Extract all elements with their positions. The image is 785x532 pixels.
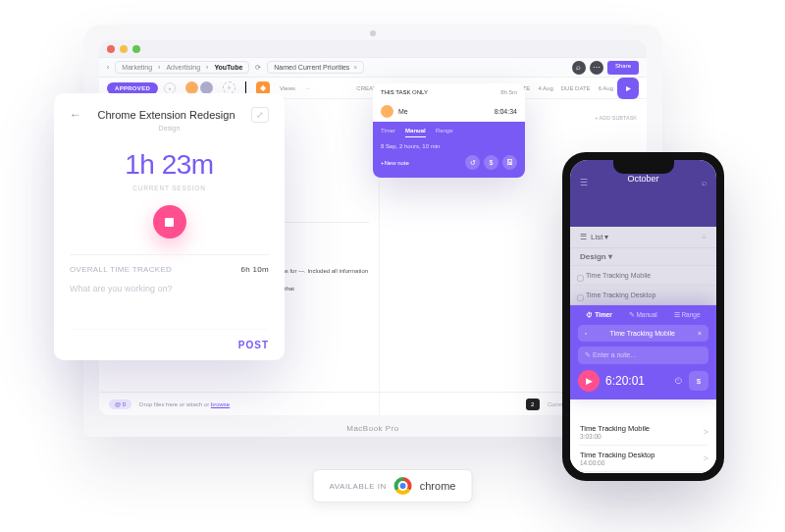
tab-range[interactable]: Range xyxy=(436,128,453,137)
share-button[interactable]: Share xyxy=(607,61,639,75)
due-label: DUE DATE xyxy=(561,85,591,91)
time-entry-list: Time Tracking Mobile 3:03:00 Time Tracki… xyxy=(570,413,716,473)
timelog-panel: Timer Manual Range 8 Sep, 2 hours, 10 mi… xyxy=(373,122,525,178)
status-badge[interactable]: APPROVED xyxy=(107,82,158,94)
breadcrumb-strip: ‹ Marketing › Advertising › YouTube ⟳ Na… xyxy=(99,58,647,78)
tag-icon[interactable]: $ xyxy=(484,155,498,170)
nav-back-icon[interactable]: ‹ xyxy=(107,64,109,71)
reload-icon[interactable]: ⟳ xyxy=(255,64,261,72)
current-session-time: 1h 23m xyxy=(70,149,269,181)
menu-icon[interactable]: ⋯ xyxy=(590,61,603,75)
attachment-count[interactable]: 2 xyxy=(526,399,540,410)
window-titlebar xyxy=(99,40,647,58)
tab-named-priorities[interactable]: Named Current Priorities× xyxy=(267,61,364,74)
tab-manual[interactable]: ✎ Manual xyxy=(629,311,657,319)
close-icon[interactable]: × xyxy=(353,64,357,71)
chrome-name: chrome xyxy=(420,480,456,492)
browse-link[interactable]: browse xyxy=(211,401,230,407)
expand-icon[interactable]: ⤢ xyxy=(251,107,269,123)
status-next[interactable]: › xyxy=(164,82,176,94)
note-input[interactable]: ✎ Enter a note… xyxy=(578,346,708,364)
post-button[interactable]: POST xyxy=(70,329,269,350)
play-button[interactable]: ▶ xyxy=(578,370,600,392)
chrome-logo-icon xyxy=(394,477,412,495)
search-icon[interactable]: ⌕ xyxy=(572,61,586,75)
search-icon[interactable]: ⌕ xyxy=(702,178,706,187)
time-entry[interactable]: Time Tracking Desktop 14:00:00 xyxy=(578,446,708,472)
clock-icon[interactable]: ⏲ xyxy=(674,376,683,386)
breadcrumb[interactable]: Marketing › Advertising › YouTube xyxy=(115,61,249,74)
views-label[interactable]: Views xyxy=(280,85,295,91)
user-avatar xyxy=(381,105,393,118)
back-icon[interactable]: ← xyxy=(70,108,81,122)
session-label: CURRENT SESSION xyxy=(70,185,269,191)
selected-task[interactable]: ◦ Time Tracking Mobile× xyxy=(578,325,708,342)
overall-value: 6h 10m xyxy=(241,265,269,274)
tracker-subtitle: Design xyxy=(70,125,269,132)
new-note-link[interactable]: +New note xyxy=(381,160,409,166)
tab-range[interactable]: ☰ Range xyxy=(674,311,701,319)
note-input[interactable]: What are you working on? xyxy=(70,284,269,293)
phone-frame: ☰ x ⌕ October ☰ List ▾≡ Design ▾ Time Tr… xyxy=(562,152,724,481)
dropzone-text: Drop files here or attach or browse xyxy=(139,401,230,407)
time-log-popover: THIS TASK ONLY8h 5m Me 8:04:34 Timer Man… xyxy=(373,83,525,178)
zoom-dot[interactable] xyxy=(132,45,140,53)
tracker-title: Chrome Extension Redesign xyxy=(81,109,251,121)
time-tracker-card: ← Chrome Extension Redesign ⤢ Design 1h … xyxy=(54,93,285,360)
menu-icon[interactable]: ☰ xyxy=(580,178,588,187)
timer-button[interactable]: ▸ xyxy=(617,78,639,99)
save-icon[interactable]: 🖫 xyxy=(502,155,517,170)
tab-timer[interactable]: Timer xyxy=(381,128,395,137)
close-dot[interactable] xyxy=(107,45,115,53)
available-in-label: AVAILABLE IN xyxy=(330,482,387,491)
minimize-dot[interactable] xyxy=(120,45,128,53)
billable-icon[interactable]: $ xyxy=(689,371,708,391)
undo-icon[interactable]: ↺ xyxy=(465,155,480,170)
stop-button[interactable] xyxy=(153,205,186,239)
phone-notch xyxy=(613,160,674,174)
camera-dot xyxy=(370,30,376,36)
phone-timer-panel: ⏱ Timer ✎ Manual ☰ Range ◦ Time Tracking… xyxy=(570,305,716,399)
mentions-pill[interactable]: @ 0 xyxy=(109,399,131,409)
stop-icon xyxy=(165,218,174,227)
tab-manual[interactable]: Manual xyxy=(405,128,426,137)
overall-label: OVERALL TIME TRACKED xyxy=(70,265,172,274)
tab-timer[interactable]: ⏱ Timer xyxy=(586,311,611,319)
chrome-badge[interactable]: AVAILABLE IN chrome xyxy=(313,469,473,503)
month-label[interactable]: October xyxy=(570,174,716,184)
close-icon[interactable]: × xyxy=(698,330,702,337)
timelog-scope: THIS TASK ONLY xyxy=(381,89,428,95)
running-time: 6:20:01 xyxy=(605,374,645,388)
phone-screen: ☰ x ⌕ October ☰ List ▾≡ Design ▾ Time Tr… xyxy=(570,160,716,473)
time-entry[interactable]: Time Tracking Mobile 3:03:00 xyxy=(578,419,708,446)
